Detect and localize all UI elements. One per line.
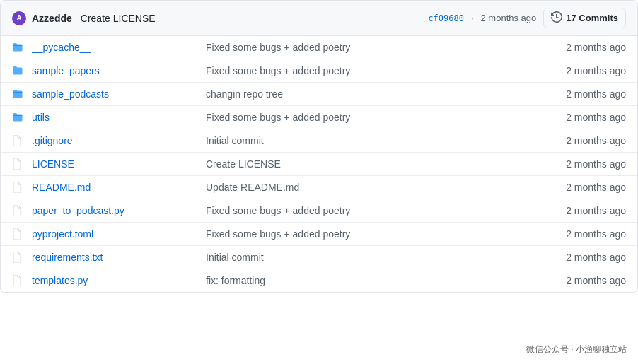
table-row: templates.pyfix: formatting2 months ago — [1, 269, 637, 292]
file-time-ago: 2 months ago — [534, 65, 626, 76]
commits-button[interactable]: 17 Commits — [543, 8, 626, 28]
file-time-ago: 2 months ago — [534, 88, 626, 100]
file-commit-message: Create LICENSE — [195, 158, 534, 170]
table-row: __pycache__Fixed some bugs + added poetr… — [1, 36, 637, 59]
file-time-ago: 2 months ago — [534, 112, 626, 123]
header-left: A Azzedde Create LICENSE — [12, 11, 156, 25]
table-row: LICENSECreate LICENSE2 months ago — [1, 153, 637, 176]
table-row: sample_podcastschangin repo tree2 months… — [1, 83, 637, 106]
file-icon — [12, 135, 26, 146]
header-time: 2 months ago — [481, 13, 537, 23]
file-name[interactable]: utils — [32, 112, 195, 123]
file-icon — [12, 275, 26, 286]
table-row: requirements.txtInitial commit2 months a… — [1, 246, 637, 269]
file-name[interactable]: __pycache__ — [32, 42, 195, 53]
avatar: A — [12, 11, 26, 25]
folder-icon — [12, 88, 26, 100]
file-name[interactable]: sample_podcasts — [32, 88, 195, 100]
file-time-ago: 2 months ago — [534, 252, 626, 263]
file-name[interactable]: .gitignore — [32, 135, 195, 146]
file-commit-message: fix: formatting — [195, 275, 534, 286]
file-time-ago: 2 months ago — [534, 42, 626, 53]
file-icon — [12, 158, 26, 170]
file-time-ago: 2 months ago — [534, 275, 626, 286]
file-name[interactable]: requirements.txt — [32, 252, 195, 263]
header-separator: · — [471, 13, 474, 23]
file-name[interactable]: pyproject.toml — [32, 228, 195, 240]
table-row: paper_to_podcast.pyFixed some bugs + add… — [1, 199, 637, 223]
table-row: utilsFixed some bugs + added poetry2 mon… — [1, 106, 637, 129]
folder-icon — [12, 112, 26, 123]
file-name[interactable]: sample_papers — [32, 65, 195, 76]
file-name[interactable]: README.md — [32, 182, 195, 193]
table-row: .gitignoreInitial commit2 months ago — [1, 129, 637, 153]
file-commit-message: Fixed some bugs + added poetry — [195, 205, 534, 216]
file-commit-message: Fixed some bugs + added poetry — [195, 228, 534, 240]
table-row: pyproject.tomlFixed some bugs + added po… — [1, 223, 637, 246]
file-name[interactable]: LICENSE — [32, 158, 195, 170]
file-time-ago: 2 months ago — [534, 135, 626, 146]
file-commit-message: Initial commit — [195, 252, 534, 263]
repo-header: A Azzedde Create LICENSE cf09680 · 2 mon… — [1, 1, 637, 36]
file-commit-message: Update README.md — [195, 182, 534, 193]
file-time-ago: 2 months ago — [534, 228, 626, 240]
header-right: cf09680 · 2 months ago 17 Commits — [428, 8, 626, 28]
table-row: sample_papersFixed some bugs + added poe… — [1, 59, 637, 83]
file-commit-message: changin repo tree — [195, 88, 534, 100]
header-commit-message: Create LICENSE — [81, 13, 156, 24]
commits-count: 17 Commits — [566, 13, 618, 23]
file-commit-message: Initial commit — [195, 135, 534, 146]
file-icon — [12, 228, 26, 240]
folder-icon — [12, 42, 26, 53]
file-name[interactable]: paper_to_podcast.py — [32, 205, 195, 216]
file-commit-message: Fixed some bugs + added poetry — [195, 42, 534, 53]
file-time-ago: 2 months ago — [534, 158, 626, 170]
file-icon — [12, 252, 26, 263]
commit-username[interactable]: Azzedde — [32, 13, 72, 24]
file-icon — [12, 205, 26, 216]
file-time-ago: 2 months ago — [534, 182, 626, 193]
repo-file-browser: A Azzedde Create LICENSE cf09680 · 2 mon… — [0, 0, 638, 293]
history-icon — [551, 11, 562, 25]
file-commit-message: Fixed some bugs + added poetry — [195, 65, 534, 76]
file-commit-message: Fixed some bugs + added poetry — [195, 112, 534, 123]
file-list: __pycache__Fixed some bugs + added poetr… — [1, 36, 637, 292]
folder-icon — [12, 65, 26, 76]
file-time-ago: 2 months ago — [534, 205, 626, 216]
file-icon — [12, 182, 26, 193]
table-row: README.mdUpdate README.md2 months ago — [1, 176, 637, 199]
commit-hash[interactable]: cf09680 — [428, 13, 464, 23]
file-name[interactable]: templates.py — [32, 275, 195, 286]
